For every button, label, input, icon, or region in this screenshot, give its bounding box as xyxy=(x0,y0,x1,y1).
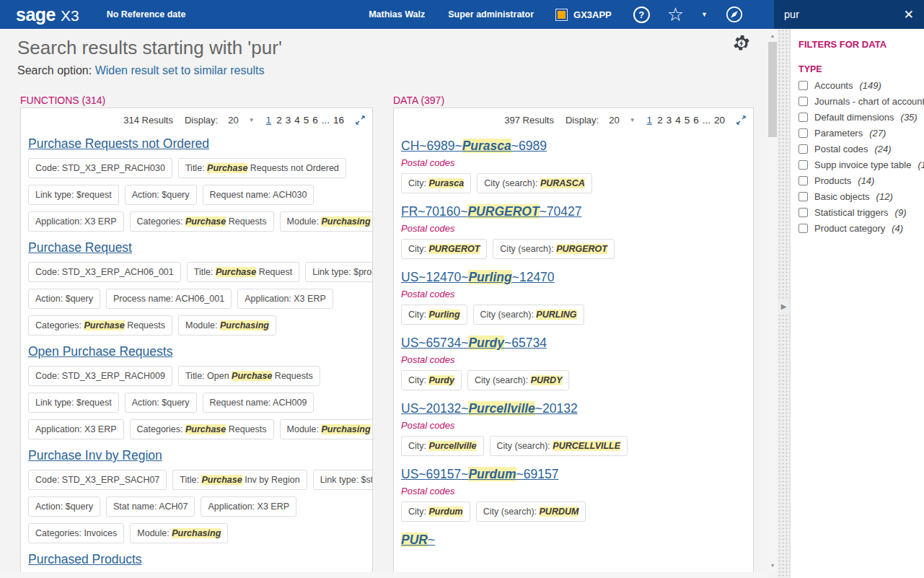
chip-row: Categories: InvoicesModule: Purchasing xyxy=(28,523,365,543)
settings-gear-button[interactable] xyxy=(731,33,752,53)
checkbox[interactable] xyxy=(798,113,808,122)
data-result-link[interactable]: PUR~ xyxy=(401,533,435,548)
text-segment: Categories: xyxy=(35,320,84,330)
text-segment: City (search): xyxy=(480,310,537,320)
data-result-link[interactable]: US~20132~Purcellville~20132 xyxy=(401,401,578,416)
highlight-match: Purchasing xyxy=(321,216,370,227)
search-input-value[interactable]: pur xyxy=(784,9,904,20)
result-field-chip: Link type: $process xyxy=(305,262,373,282)
vertical-scrollbar[interactable]: ▲ ▼ xyxy=(767,29,778,572)
chip-row: Categories: Purchase RequestsModule: Pur… xyxy=(28,315,365,336)
endpoint-selector[interactable]: GX3APP xyxy=(555,9,612,21)
expand-panel-icon[interactable] xyxy=(356,115,365,125)
checkbox[interactable] xyxy=(798,144,808,154)
filter-checkbox-row[interactable]: Accounts(149) xyxy=(798,79,924,91)
page-number-3[interactable]: 3 xyxy=(666,115,672,126)
endpoint-label: GX3APP xyxy=(573,9,612,20)
highlight-match: Purchase xyxy=(232,371,272,381)
page-number-4[interactable]: 4 xyxy=(675,115,681,126)
scroll-up-icon[interactable]: ▲ xyxy=(767,30,778,41)
functions-results-count: 314 Results xyxy=(123,115,173,126)
text-segment: US~12470~ xyxy=(401,270,468,284)
highlight-match: Purdum xyxy=(428,507,462,517)
chip-row: Action: $queryStat name: ACH07Applicatio… xyxy=(28,496,365,517)
functions-section-label: FUNCTIONS (314) xyxy=(20,95,105,106)
checkbox[interactable] xyxy=(798,208,808,217)
filter-checkbox-row[interactable]: Basic objects(12) xyxy=(798,191,924,202)
page-number-2[interactable]: 2 xyxy=(276,115,282,126)
widen-results-link[interactable]: Widen result set to similar results xyxy=(95,64,265,76)
page-number-16[interactable]: 16 xyxy=(333,115,344,126)
expand-panel-icon[interactable] xyxy=(736,115,746,125)
chevron-down-icon[interactable]: ▼ xyxy=(630,117,635,123)
data-result-link[interactable]: US~69157~Purdum~69157 xyxy=(401,467,558,482)
checkbox[interactable] xyxy=(798,192,808,201)
filters-sidebar: FILTERS FOR DATA TYPE Accounts(149)Journ… xyxy=(790,29,924,578)
page-number-6[interactable]: 6 xyxy=(312,115,318,126)
page-number-5[interactable]: 5 xyxy=(685,115,690,126)
data-results-panel: 397 Results Display: 20 ▼ 123456...20 CH… xyxy=(393,108,754,578)
page-number-5[interactable]: 5 xyxy=(304,115,309,126)
user-role-menu[interactable]: Super administrator xyxy=(448,9,534,19)
functions-results-list: Purchase Requests not OrderedCode: STD_X… xyxy=(21,127,372,578)
page-number-1[interactable]: 1 xyxy=(647,115,653,126)
filter-checkbox-row[interactable]: Postal codes(24) xyxy=(798,143,924,154)
text-segment: Categories: xyxy=(137,424,185,434)
checkbox[interactable] xyxy=(798,81,808,90)
page-number-20[interactable]: 20 xyxy=(714,115,725,126)
checkbox[interactable] xyxy=(798,128,808,138)
filter-checkbox-row[interactable]: Default dimensions(35) xyxy=(798,111,924,123)
filter-checkbox-row[interactable]: Product category(4) xyxy=(798,222,924,234)
data-result-link[interactable]: FR~70160~PURGEROT~70427 xyxy=(401,204,582,219)
global-search-field[interactable]: pur ✕ xyxy=(774,0,924,29)
page-number-3[interactable]: 3 xyxy=(286,115,291,126)
function-result-link[interactable]: Open Purchase Requests xyxy=(28,344,172,359)
user-name-menu[interactable]: Mathias Walz xyxy=(369,9,425,19)
functions-page-size-select[interactable]: 20 xyxy=(228,115,238,126)
scroll-down-icon[interactable]: ▼ xyxy=(767,560,778,571)
page-number-6[interactable]: 6 xyxy=(693,115,699,126)
filter-checkbox-row[interactable]: Statistical triggers(9) xyxy=(798,206,924,218)
checkbox[interactable] xyxy=(798,224,808,233)
chevron-down-icon[interactable]: ▼ xyxy=(249,117,255,123)
data-page-size-select[interactable]: 20 xyxy=(609,115,619,126)
filters-title: FILTERS FOR DATA xyxy=(798,39,924,50)
checkbox[interactable] xyxy=(798,160,808,170)
help-button[interactable]: ? xyxy=(633,6,650,23)
data-result-link[interactable]: US~12470~Purling~12470 xyxy=(401,270,555,285)
text-segment: Code: STD_X3_ERP_ACH06_001 xyxy=(35,267,174,277)
chip-row: City: PurdyCity (search): PURDY xyxy=(401,370,746,390)
checkbox[interactable] xyxy=(798,97,808,106)
filter-count: (12) xyxy=(876,191,893,202)
filter-checkbox-row[interactable]: Products(14) xyxy=(798,175,924,186)
page-number-4[interactable]: 4 xyxy=(294,115,300,126)
filter-count: (24) xyxy=(874,144,891,154)
function-result-link[interactable]: Purchased Products xyxy=(28,552,142,567)
close-icon[interactable]: ✕ xyxy=(904,7,914,22)
result-field-chip: City: PURGEROT xyxy=(401,239,487,259)
favorites-chevron-down-icon[interactable]: ▼ xyxy=(701,11,708,18)
main-content: Search results starting with 'pur' Searc… xyxy=(0,29,767,578)
checkbox[interactable] xyxy=(798,176,808,185)
horizontal-scrollbar[interactable] xyxy=(0,572,767,578)
function-result-link[interactable]: Purchase Inv by Region xyxy=(28,448,162,463)
data-result-link[interactable]: CH~6989~Purasca~6989 xyxy=(401,139,547,154)
data-result-link[interactable]: US~65734~Purdy~65734 xyxy=(401,336,547,351)
data-results-list: CH~6989~Purasca~6989Postal codesCity: Pu… xyxy=(394,127,753,548)
scrollbar-thumb[interactable] xyxy=(768,42,777,137)
chip-row: City: PurlingCity (search): PURLING xyxy=(401,305,746,325)
page-number-1[interactable]: 1 xyxy=(266,115,272,126)
function-result-link[interactable]: Purchase Request xyxy=(28,240,132,255)
navigation-compass-button[interactable] xyxy=(725,5,744,24)
text-segment: City: xyxy=(408,375,428,385)
page-number-2[interactable]: 2 xyxy=(657,115,663,126)
function-result-link[interactable]: Purchase Requests not Ordered xyxy=(28,136,209,152)
chip-row: Code: STD_X3_ERP_SACH07Title: Purchase I… xyxy=(28,470,365,490)
filter-checkbox-row[interactable]: Supp invoice type table(15) xyxy=(798,159,924,170)
result-field-chip: Title: Purchase Inv by Region xyxy=(172,470,307,490)
text-segment: Code: STD_X3_ERP_RACH030 xyxy=(35,163,165,173)
favorites-star-icon[interactable]: ☆ xyxy=(667,6,684,22)
collapse-sidebar-arrow-icon[interactable]: ▶ xyxy=(778,299,790,313)
filter-checkbox-row[interactable]: Journals - chart of account(84) xyxy=(798,95,924,107)
filter-checkbox-row[interactable]: Parameters(27) xyxy=(798,127,924,139)
